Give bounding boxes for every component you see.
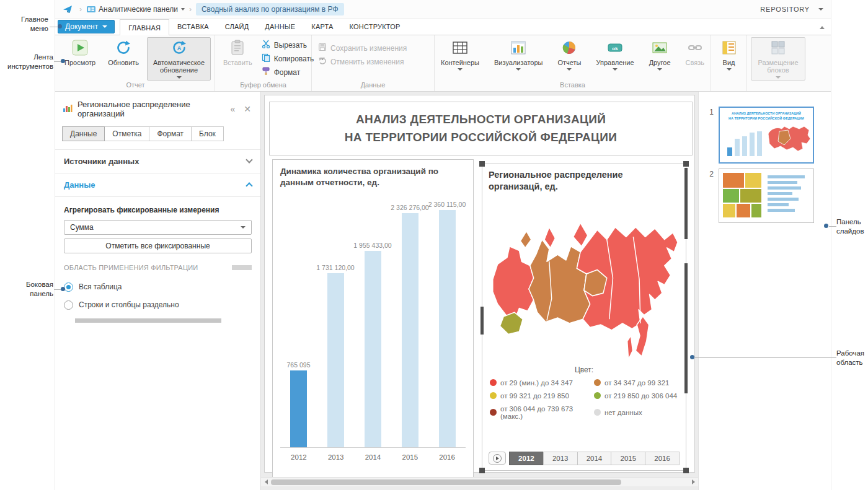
selection-handle[interactable] (479, 161, 485, 167)
reports-button[interactable]: Отчеты (553, 37, 585, 72)
legend-item: нет данных (594, 405, 678, 420)
scroll-right-arrow[interactable] (688, 479, 698, 484)
scrollbar-thumb[interactable] (271, 479, 621, 485)
year-button-2012[interactable]: 2012 (509, 452, 544, 465)
section-data-label: Данные (64, 180, 95, 190)
tab-dannye[interactable]: ДАННЫЕ (257, 19, 303, 35)
refresh-button[interactable]: Обновить (104, 37, 143, 68)
legend-item: от 219 850 до 306 044 (594, 392, 678, 400)
selection-handle[interactable] (479, 468, 485, 473)
selection-handle[interactable] (683, 468, 689, 473)
breadcrumb-section[interactable]: Аналитические панели (99, 5, 178, 14)
selection-handle[interactable] (684, 263, 688, 393)
view-button[interactable]: Вид (717, 37, 742, 72)
other-button[interactable]: Другое (645, 37, 675, 72)
repository-caret[interactable] (818, 8, 823, 11)
dashboard-canvas[interactable]: АНАЛИЗ ДЕЯТЕЛЬНОСТИ ОРГАНИЗАЦИЙ НА ТЕРРИ… (264, 95, 695, 473)
section-data[interactable]: Данные (55, 173, 260, 197)
map-block-selected[interactable]: Региональное распределение организацй, е… (482, 164, 686, 471)
containers-button[interactable]: Контейнеры (436, 37, 484, 72)
sidebar-tab-block[interactable]: Блок (191, 126, 224, 141)
collapse-sidebar-icon[interactable]: « (228, 105, 237, 113)
reports-pie-icon (561, 40, 577, 58)
ribbon-group-report: Просмотр Обновить A Автоматическое обнов… (56, 35, 215, 91)
legend-label: от 29 (мин.) до 34 347 (500, 379, 573, 387)
blocks-layout-icon (770, 40, 786, 58)
close-sidebar-icon[interactable]: ✕ (242, 105, 253, 113)
annotation-ribbon: Лента инструментов (0, 53, 53, 71)
tab-karta[interactable]: КАРТА (303, 19, 341, 35)
analytics-panels-icon (86, 4, 96, 14)
preview-button[interactable]: Просмотр (60, 37, 100, 68)
aggregate-select[interactable]: Сумма (64, 220, 252, 235)
radio-button-unchecked[interactable] (64, 300, 73, 310)
radio-whole-table[interactable]: Вся таблица (64, 282, 252, 292)
tab-glavnaya[interactable]: ГЛАВНАЯ (120, 19, 169, 35)
undo-changes-button[interactable]: Отменить изменения (316, 56, 409, 68)
ribbon-filler (809, 35, 830, 91)
workspace-horizontal-scrollbar[interactable] (261, 477, 698, 486)
ribbon-toolbar: Просмотр Обновить A Автоматическое обнов… (55, 35, 831, 92)
sidebar-tab-selection[interactable]: Отметка (104, 126, 149, 141)
radio-button-checked[interactable] (64, 282, 73, 292)
play-icon (493, 454, 502, 463)
svg-text:A: A (177, 45, 181, 51)
auto-refresh-label: Автоматическое обновление (151, 59, 206, 74)
format-label: Формат (274, 68, 301, 77)
controls-button[interactable]: ok Управление (591, 37, 638, 72)
breadcrumb-separator: › (189, 5, 192, 14)
year-button-2015[interactable]: 2015 (611, 452, 645, 465)
legend-item: от 29 (мин.) до 34 347 (490, 379, 594, 387)
breadcrumb-current-page[interactable]: Сводный анализ по организациям в РФ (196, 3, 344, 15)
sidebar-tab-data[interactable]: Данные (62, 126, 105, 141)
save-changes-button[interactable]: Сохранить изменения (316, 42, 409, 54)
x-axis-line (280, 447, 466, 448)
legend-dot (594, 409, 601, 416)
slide-thumbnail-2[interactable] (719, 168, 814, 223)
home-paper-plane-icon[interactable] (63, 4, 73, 14)
mark-all-fixed-button[interactable]: Отметить все фиксированные (64, 238, 252, 253)
x-tick-label: 2012 (280, 453, 317, 461)
tab-vstavka[interactable]: ВСТАВКА (169, 19, 217, 35)
filter-scope-scrollbar[interactable] (232, 265, 252, 270)
tab-slide[interactable]: СЛАЙД (217, 19, 257, 35)
bar-chart-block[interactable]: Динамика количества организаций по данны… (272, 159, 474, 478)
menu-bar: Документ ГЛАВНАЯ ВСТАВКА СЛАЙД ДАННЫЕ КА… (55, 19, 831, 35)
year-button-2014[interactable]: 2014 (577, 452, 612, 465)
annotation-work-area: Рабочая область (836, 349, 868, 367)
year-button-2013[interactable]: 2013 (543, 452, 578, 465)
visualizers-button[interactable]: Визуализаторы (490, 37, 547, 72)
scroll-left-arrow[interactable] (261, 479, 271, 484)
selection-handle[interactable] (480, 307, 484, 335)
bar-column-2016: 2 360 115,00 (428, 201, 466, 447)
section-data-sources[interactable]: Источники данных (55, 149, 260, 173)
radio-rows-cols[interactable]: Строки и столбцы раздельно (64, 300, 252, 310)
paste-button[interactable]: Вставить (219, 37, 257, 68)
link-button[interactable]: Связь (681, 37, 709, 68)
bar-column-2015: 2 326 276,00 (391, 204, 428, 447)
legend-label: от 34 347 до 99 321 (604, 379, 669, 387)
document-menu-button[interactable]: Документ (58, 20, 115, 33)
map-title-line2: организацй, ед. (489, 181, 680, 193)
app-window: › Аналитические панели › Сводный анализ … (55, 0, 831, 490)
year-button-2016[interactable]: 2016 (645, 452, 680, 465)
slide-thumbnail-1[interactable]: АНАЛИЗ ДЕЯТЕЛЬНОСТИ ОРГАНИЗАЦИЙ НА ТЕРРИ… (719, 107, 814, 164)
save-icon (318, 43, 327, 53)
topbar: › Аналитические панели › Сводный анализ … (55, 0, 831, 19)
auto-refresh-button[interactable]: A Автоматическое обновление (147, 37, 211, 81)
dashboard-title-block[interactable]: АНАЛИЗ ДЕЯТЕЛЬНОСТИ ОРГАНИЗАЦИЙ НА ТЕРРИ… (269, 102, 693, 155)
play-animation-button[interactable] (489, 452, 506, 465)
tab-konstruktor[interactable]: КОНСТРУКТОР (342, 19, 409, 35)
sidebar-tab-format[interactable]: Формат (149, 126, 192, 141)
annotation-sidebar: Боковая панель (9, 280, 53, 299)
blocks-layout-button[interactable]: Размещение блоков (751, 37, 805, 81)
slide-row-2: 2 (699, 168, 831, 223)
view-caret (727, 68, 732, 71)
chevron-up-icon (246, 183, 252, 190)
collapse-ribbon-caret[interactable] (820, 26, 825, 29)
sidebar-horizontal-scrollbar[interactable] (75, 318, 221, 323)
selection-handle[interactable] (683, 161, 689, 167)
breadcrumb-section-caret[interactable] (181, 8, 185, 11)
repository-label[interactable]: REPOSITORY (760, 6, 810, 13)
selection-handle[interactable] (684, 168, 688, 239)
